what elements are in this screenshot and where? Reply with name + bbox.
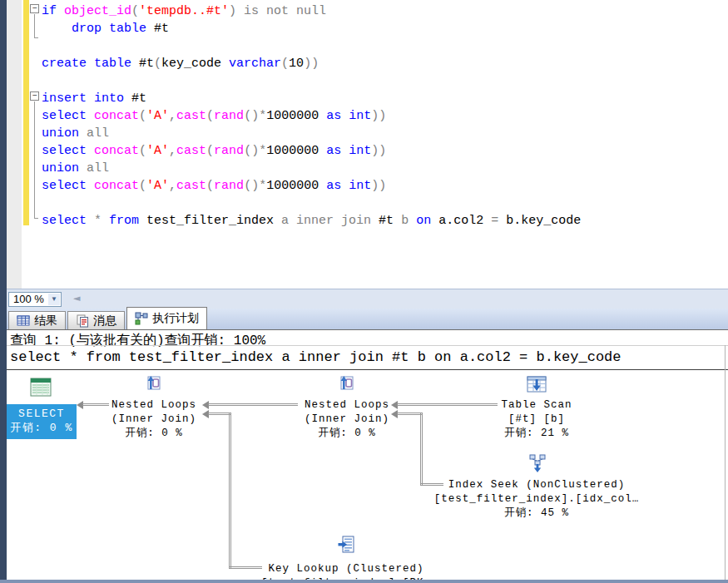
fold-region-line-1 <box>34 14 35 37</box>
code-segment: #t <box>379 214 401 228</box>
code-segment: #t <box>154 22 169 36</box>
code-segment: )) <box>371 109 386 123</box>
tab-label: 结果 <box>34 314 57 329</box>
execution-plan-panel: 查询 1: (与该批有关的)查询开销: 100% select * from t… <box>7 329 728 583</box>
code-segment: 'A' <box>146 109 169 123</box>
code-segment: ( <box>154 57 161 71</box>
tab-label: 消息 <box>93 314 116 329</box>
tab-label: 执行计划 <box>152 311 199 326</box>
code-area[interactable]: if object_id('tempdb..#t') is not null d… <box>42 2 581 230</box>
fold-marker-if-block[interactable]: − <box>30 4 39 13</box>
code-segment: insert into <box>42 91 131 106</box>
plan-query-text: select * from test_filter_index a inner … <box>10 349 622 365</box>
code-segment: )) <box>304 57 319 71</box>
fold-region-end-2 <box>34 218 38 219</box>
code-line[interactable] <box>42 37 581 55</box>
code-line[interactable]: select concat('A',cast(rand()*1000000 as… <box>42 107 581 125</box>
plan-node-line: [#t] [b] <box>420 413 653 427</box>
code-segment: varchar <box>229 57 281 71</box>
code-segment: 1000000 <box>266 179 326 193</box>
code-segment: cast <box>176 109 206 123</box>
editor-bottom-bar: 100 % ▼ ◄ <box>7 289 728 309</box>
execution-plan-icon <box>135 312 148 326</box>
index-seek-icon <box>528 453 547 477</box>
code-segment: is not null <box>244 4 326 18</box>
code-segment: from <box>109 214 146 228</box>
code-segment: select <box>42 214 94 228</box>
plan-node-line: 开销: 21 % <box>420 427 653 441</box>
code-segment: 1000000 <box>266 144 326 158</box>
code-segment: * <box>94 214 109 228</box>
code-segment: )) <box>371 179 386 193</box>
code-segment: concat <box>94 179 139 193</box>
tab-messages[interactable]: 消息 <box>67 311 125 329</box>
code-segment: , <box>169 179 176 193</box>
change-tracking-bar <box>23 0 29 225</box>
code-segment: union <box>42 161 87 175</box>
code-segment: as int <box>326 144 371 158</box>
code-segment: b.key_code <box>506 214 581 228</box>
plan-right-border <box>725 345 726 583</box>
code-segment: 10 <box>289 57 304 71</box>
code-line[interactable]: select * from test_filter_index a inner … <box>42 212 581 230</box>
window-bottom-border <box>0 580 728 583</box>
tab-results[interactable]: 结果 <box>8 311 66 329</box>
code-segment: 'tempdb..#t' <box>139 4 229 18</box>
messages-icon <box>76 314 89 328</box>
plan-node-label: Table Scan[#t] [b]开销: 21 % <box>420 398 653 441</box>
sql-editor[interactable]: − − if object_id('tempdb..#t') is not nu… <box>7 0 728 289</box>
plan-node-label: Index Seek (NonClustered)[test_filter_in… <box>420 478 653 521</box>
fold-region-end-1 <box>34 37 38 38</box>
plan-node-line: Table Scan <box>420 398 653 413</box>
code-segment: )) <box>371 144 386 158</box>
code-segment: ( <box>131 4 139 18</box>
code-segment: concat <box>94 109 139 123</box>
code-line[interactable]: drop table #t <box>42 20 581 37</box>
code-segment: , <box>169 109 176 123</box>
code-segment: #t <box>131 91 146 106</box>
window-edge-strip <box>0 0 7 583</box>
editor-indicator-margin <box>7 0 22 289</box>
code-segment: concat <box>94 144 139 158</box>
code-line[interactable]: select concat('A',cast(rand()*1000000 as… <box>42 142 581 160</box>
nested-loops-icon <box>339 374 355 397</box>
code-segment: create table <box>42 57 139 71</box>
code-segment: 1000000 <box>266 109 326 123</box>
code-segment: ) <box>229 4 244 18</box>
code-segment: #t <box>139 57 154 71</box>
code-segment: 'A' <box>146 179 169 193</box>
code-segment: a inner join <box>281 214 379 228</box>
code-line[interactable]: select concat('A',cast(rand()*1000000 as… <box>42 177 581 195</box>
code-segment: ( <box>139 144 146 158</box>
code-segment: a.col2 <box>438 214 491 228</box>
code-segment: union <box>42 126 87 141</box>
zoom-select[interactable]: 100 % ▼ <box>8 292 62 307</box>
code-segment: if <box>42 4 64 18</box>
code-line[interactable]: union all <box>42 160 581 177</box>
code-segment: ( <box>139 179 146 193</box>
plan-statement-divider <box>7 369 728 370</box>
code-line[interactable]: create table #t(key_code varchar(10)) <box>42 55 581 72</box>
code-line[interactable] <box>42 72 581 90</box>
scroll-left-button[interactable]: ◄ <box>73 293 80 304</box>
plan-node-line: Index Seek (NonClustered) <box>420 478 653 492</box>
code-segment: ( <box>206 144 214 158</box>
code-segment: as int <box>326 179 371 193</box>
tab-execution-plan[interactable]: 执行计划 <box>126 307 207 329</box>
code-segment: rand <box>214 179 244 193</box>
key-lookup-icon <box>338 536 354 560</box>
code-segment: ( <box>281 57 289 71</box>
code-line[interactable]: insert into #t <box>42 90 581 107</box>
code-line[interactable]: union all <box>42 125 581 142</box>
code-segment: select <box>42 144 94 158</box>
zoom-value: 100 % <box>13 293 44 305</box>
results-grid-icon <box>17 314 30 328</box>
code-segment: key_code <box>161 57 229 71</box>
plan-node-line: [test_filter_index].[idx_col… <box>420 492 653 506</box>
chevron-down-icon[interactable]: ▼ <box>48 294 60 305</box>
code-line[interactable] <box>42 195 581 212</box>
code-line[interactable]: if object_id('tempdb..#t') is not null <box>42 2 581 20</box>
code-segment: ( <box>206 179 214 193</box>
results-tab-bar: 结果消息执行计划 <box>7 309 728 329</box>
fold-marker-insert-block[interactable]: − <box>30 91 39 101</box>
